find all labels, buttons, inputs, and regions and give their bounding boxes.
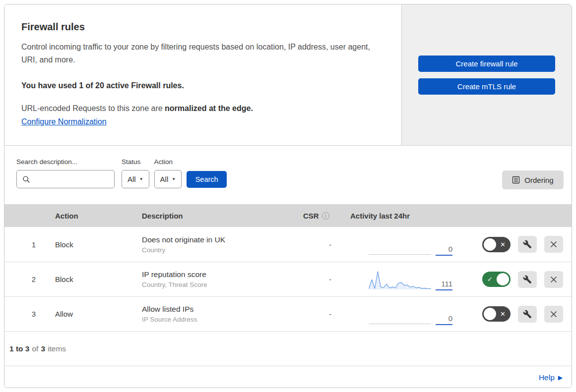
configure-normalization-link[interactable]: Configure Normalization [21, 117, 107, 126]
page-title: Firewall rules [21, 21, 384, 33]
normalization-prefix: URL-encoded Requests to this zone are [21, 104, 165, 112]
header-csr-label: CSR [303, 212, 319, 220]
delete-rule-button[interactable] [544, 306, 563, 323]
close-icon [550, 240, 558, 248]
rule-action: Block [51, 240, 142, 249]
activity-count-link[interactable]: 0 [436, 314, 452, 325]
rule-controls: ✕ [478, 306, 572, 323]
delete-rule-button[interactable] [544, 236, 563, 253]
rule-description-cell: Does not originate in UK Country [142, 235, 297, 254]
info-icon[interactable]: i [322, 212, 329, 220]
normalization-bold: normalized at the edge. [165, 104, 253, 112]
close-icon [550, 276, 558, 283]
chevron-down-icon: ▼ [172, 177, 176, 181]
rule-csr: - [297, 240, 347, 249]
rule-fields: Country, Threat Score [142, 281, 297, 288]
toggle-off-icon: ✕ [497, 310, 509, 318]
items-total: 3 [41, 344, 45, 353]
rule-controls: ✓ [478, 271, 572, 288]
chevron-down-icon: ▼ [139, 177, 143, 181]
help-bar: Help ▶ [4, 366, 572, 388]
status-value: All [128, 175, 136, 183]
status-filter-group: Status All ▼ [122, 158, 149, 188]
activity-sparkline-flat [369, 235, 431, 256]
toggle-off-icon: ✕ [497, 241, 509, 248]
page-description: Control incoming traffic to your zone by… [21, 41, 384, 67]
action-value: All [160, 175, 169, 183]
table-header: Action Description CSR i Activity last 2… [4, 204, 572, 227]
activity-count-link[interactable]: 111 [436, 280, 452, 290]
list-document-icon [512, 176, 520, 184]
rule-title: Does not originate in UK [142, 235, 297, 244]
intro-section: Firewall rules Control incoming traffic … [4, 4, 572, 146]
wrench-icon [523, 310, 532, 319]
search-icon [22, 175, 30, 183]
table-row: 1 Block Does not originate in UK Country… [4, 227, 572, 262]
create-firewall-rule-button[interactable]: Create firewall rule [418, 56, 555, 72]
rule-activity-cell: 0 [347, 297, 478, 331]
table-row: 2 Block IP reputation score Country, Thr… [4, 262, 572, 296]
items-word: items [48, 344, 66, 353]
rule-fields: IP Source Address [142, 316, 297, 323]
rule-action: Allow [51, 310, 142, 318]
toggle-on-icon: ✓ [484, 276, 496, 283]
items-of: of [32, 344, 38, 353]
rule-priority: 1 [4, 240, 51, 249]
items-range: 1 to 3 [9, 344, 29, 353]
rule-description-cell: IP reputation score Country, Threat Scor… [142, 270, 297, 288]
search-label: Search description... [16, 158, 115, 166]
action-select[interactable]: All ▼ [154, 170, 182, 188]
rule-csr: - [297, 275, 347, 283]
activity-sparkline-flat [369, 304, 431, 325]
rule-action: Block [51, 275, 142, 283]
rule-fields: Country [142, 246, 297, 254]
usage-summary: You have used 1 of 20 active Firewall ru… [21, 81, 384, 90]
activity-count-link[interactable]: 0 [436, 245, 452, 256]
pagination-summary: 1 to 3 of 3 items [4, 331, 572, 366]
activity-sparkline [369, 270, 431, 290]
ordering-button[interactable]: Ordering [502, 170, 564, 189]
rule-priority: 2 [4, 275, 51, 283]
search-button[interactable]: Search [187, 171, 227, 188]
rule-enabled-toggle[interactable]: ✕ [482, 237, 511, 252]
normalization-note: URL-encoded Requests to this zone are no… [21, 104, 384, 113]
header-action: Action [51, 212, 142, 220]
action-filter-group: Action All ▼ [154, 158, 182, 188]
toggle-knob [497, 273, 509, 285]
toggle-knob [484, 238, 496, 251]
rule-priority: 3 [4, 310, 51, 318]
search-group: Search description... [16, 158, 115, 188]
status-label: Status [122, 158, 149, 166]
arrow-right-icon: ▶ [558, 374, 563, 381]
create-mtls-rule-button[interactable]: Create mTLS rule [418, 78, 555, 95]
help-link[interactable]: Help ▶ [539, 373, 563, 382]
edit-rule-button[interactable] [518, 271, 537, 288]
edit-rule-button[interactable] [518, 236, 537, 253]
rule-controls: ✕ [478, 236, 572, 253]
edit-rule-button[interactable] [518, 306, 537, 323]
header-description: Description [142, 212, 297, 220]
rule-activity-cell: 0 [347, 227, 478, 262]
search-input-box[interactable] [16, 170, 115, 188]
status-select[interactable]: All ▼ [122, 170, 149, 188]
wrench-icon [523, 275, 532, 284]
action-label: Action [154, 158, 182, 166]
firewall-rules-card: Firewall rules Control incoming traffic … [4, 4, 572, 388]
delete-rule-button[interactable] [544, 271, 563, 288]
rule-enabled-toggle[interactable]: ✕ [482, 306, 511, 322]
close-icon [550, 310, 558, 318]
ordering-button-label: Ordering [524, 176, 553, 184]
actions-panel: Create firewall rule Create mTLS rule [401, 4, 572, 145]
intro-text-panel: Firewall rules Control incoming traffic … [4, 4, 401, 145]
rule-enabled-toggle[interactable]: ✓ [482, 272, 511, 287]
wrench-icon [523, 240, 532, 249]
header-csr: CSR i [297, 212, 347, 220]
rule-activity-cell: 111 [347, 262, 478, 296]
header-activity: Activity last 24hr [347, 212, 478, 220]
help-label: Help [539, 373, 555, 382]
rule-csr: - [297, 310, 347, 318]
search-input[interactable] [34, 175, 114, 183]
table-row: 3 Allow Allow listed IPs IP Source Addre… [4, 296, 572, 331]
rule-title: Allow listed IPs [142, 305, 297, 314]
rule-description-cell: Allow listed IPs IP Source Address [142, 305, 297, 323]
